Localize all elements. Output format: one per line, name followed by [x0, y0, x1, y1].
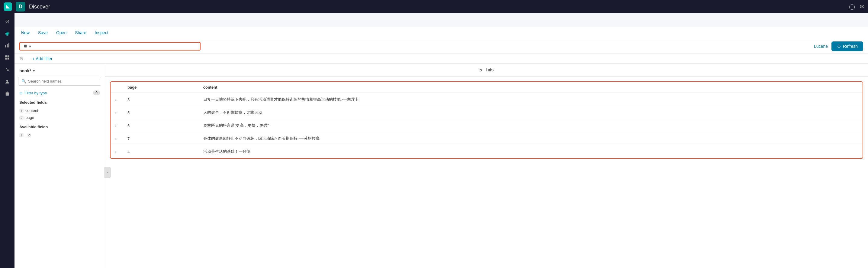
- field-item-page[interactable]: # page: [14, 114, 105, 121]
- inspect-button[interactable]: Inspect: [93, 29, 110, 36]
- filter-divider: —: [26, 56, 30, 61]
- collapse-panel-button[interactable]: ‹: [104, 167, 111, 178]
- table-row: › 7 身体的健康因静止不动而破坏，因运动练习而长期保持.-一苏格拉底: [111, 132, 863, 145]
- action-bar: New Save Open Share Inspect: [14, 27, 868, 39]
- row-content: 活动是生活的基础！一歌德: [198, 145, 863, 158]
- query-bar: ▾ page: {2 TO 8} Lucene Refresh: [14, 39, 868, 54]
- svg-rect-0: [5, 45, 6, 48]
- row-content: 奥林匹克的格言是"更高，更快，更强": [198, 119, 863, 132]
- col-header-content: content: [198, 82, 863, 93]
- filter-type-icon: ⊙: [19, 91, 23, 95]
- row-page: 6: [123, 119, 198, 132]
- svg-rect-5: [5, 58, 7, 60]
- field-name-content: content: [25, 108, 38, 113]
- table-row: › 6 奥林匹克的格言是"更高，更快，更强": [111, 119, 863, 132]
- new-button[interactable]: New: [19, 29, 31, 36]
- sidebar-timelion-icon[interactable]: ∿: [2, 64, 13, 75]
- field-item-id[interactable]: t _id: [14, 132, 105, 138]
- top-bar-actions: ◯ ✉: [849, 3, 864, 10]
- row-page: 5: [123, 106, 198, 119]
- sidebar-discover-icon[interactable]: ◉: [2, 28, 13, 39]
- svg-rect-4: [7, 55, 9, 57]
- field-name-page: page: [25, 115, 34, 120]
- field-item-content[interactable]: t content: [14, 107, 105, 114]
- row-expand-cell: ›: [111, 132, 123, 145]
- filter-icon: ⊖: [19, 56, 23, 61]
- row-page: 7: [123, 132, 198, 145]
- svg-rect-6: [7, 58, 9, 60]
- svg-rect-1: [7, 44, 8, 48]
- row-expand-button[interactable]: ›: [115, 111, 117, 115]
- filter-bar: ⊖ — + Add filter: [14, 54, 868, 63]
- refresh-label: Refresh: [843, 44, 858, 49]
- search-icon: 🔍: [22, 79, 26, 83]
- row-content: 人的健全，不但靠饮食，尤靠运动: [198, 106, 863, 119]
- row-expand-cell: ›: [111, 93, 123, 106]
- save-button[interactable]: Save: [36, 29, 50, 36]
- sidebar-dashboard-icon[interactable]: [2, 52, 13, 63]
- table-row: › 5 人的健全，不但靠饮食，尤靠运动: [111, 106, 863, 119]
- field-type-hash-page: #: [19, 115, 24, 120]
- svg-rect-2: [8, 43, 9, 48]
- results-wrapper: page content › 3 日复一日地坚持练下去吧，只有活动适量才能保持训…: [105, 77, 868, 268]
- sidebar-management-icon[interactable]: [2, 88, 13, 99]
- available-fields-label: Available fields: [14, 124, 105, 132]
- row-expand-cell: ›: [111, 119, 123, 132]
- sidebar-user-icon[interactable]: [2, 76, 13, 87]
- lucene-label[interactable]: Lucene: [814, 44, 828, 49]
- results-box: page content › 3 日复一日地坚持练下去吧，只有活动适量才能保持训…: [110, 81, 863, 159]
- row-page: 3: [123, 93, 198, 106]
- index-chevron-icon: ▾: [33, 69, 35, 73]
- hits-label: hits: [486, 67, 494, 72]
- mail-icon[interactable]: ✉: [860, 3, 864, 10]
- results-table: page content › 3 日复一日地坚持练下去吧，只有活动适量才能保持训…: [111, 82, 863, 158]
- row-content: 日复一日地坚持练下去吧，只有活动适量才能保持训练的热情和提高运动的技能.-一塞涅…: [198, 93, 863, 106]
- index-name: book*: [19, 69, 31, 73]
- search-field-wrapper: 🔍: [18, 77, 101, 86]
- field-type-t-id: t: [19, 133, 24, 137]
- table-row: › 3 日复一日地坚持练下去吧，只有活动适量才能保持训练的热情和提高运动的技能.…: [111, 93, 863, 106]
- table-row: › 4 活动是生活的基础！一歌德: [111, 145, 863, 158]
- row-expand-button[interactable]: ›: [115, 124, 117, 128]
- add-filter-button[interactable]: + Add filter: [32, 56, 53, 61]
- query-input[interactable]: page: {2 TO 8}: [33, 44, 197, 49]
- main-layout: New Save Open Share Inspect ▾ page: {2 T…: [14, 27, 868, 268]
- app-icon: D: [16, 2, 25, 11]
- col-header-page: page: [123, 82, 198, 93]
- app-title: Discover: [29, 4, 845, 10]
- hits-info: 5 hits: [105, 63, 868, 77]
- refresh-button[interactable]: Refresh: [832, 42, 863, 51]
- top-bar: D Discover ◯ ✉: [0, 0, 868, 13]
- content-area: book* ▾ 🔍 ⊙ Filter by type 0 Selected fi…: [14, 63, 868, 268]
- query-input-wrapper: ▾ page: {2 TO 8}: [19, 42, 200, 51]
- index-selector[interactable]: book* ▾: [14, 67, 105, 77]
- right-panel: 5 hits page content: [105, 63, 868, 268]
- filter-type-label: Filter by type: [25, 91, 47, 95]
- row-expand-cell: ›: [111, 106, 123, 119]
- left-panel: book* ▾ 🔍 ⊙ Filter by type 0 Selected fi…: [14, 63, 105, 268]
- sidebar-home-icon[interactable]: ⊙: [2, 16, 13, 27]
- open-button[interactable]: Open: [54, 29, 68, 36]
- filter-type-row[interactable]: ⊙ Filter by type 0: [14, 89, 105, 99]
- query-dropdown-icon[interactable]: ▾: [29, 44, 31, 49]
- query-save-icon[interactable]: [23, 44, 27, 48]
- kibana-logo: [4, 2, 12, 11]
- row-page: 4: [123, 145, 198, 158]
- share-button[interactable]: Share: [73, 29, 88, 36]
- row-expand-cell: ›: [111, 145, 123, 158]
- col-expand: [111, 82, 123, 93]
- hits-count: 5: [479, 67, 482, 72]
- field-name-id: _id: [25, 133, 31, 137]
- profile-icon[interactable]: ◯: [849, 3, 855, 10]
- row-content: 身体的健康因静止不动而破坏，因运动练习而长期保持.-一苏格拉底: [198, 132, 863, 145]
- row-expand-button[interactable]: ›: [115, 137, 117, 141]
- filter-type-badge: 0: [93, 90, 100, 95]
- left-sidebar: ⊙ ◉ ∿: [0, 13, 14, 268]
- search-field-input[interactable]: [28, 79, 98, 83]
- row-expand-button[interactable]: ›: [115, 98, 117, 102]
- row-expand-button[interactable]: ›: [115, 150, 117, 154]
- field-type-t-content: t: [19, 109, 24, 113]
- svg-point-7: [6, 80, 8, 82]
- sidebar-visualize-icon[interactable]: [2, 40, 13, 51]
- selected-fields-label: Selected fields: [14, 99, 105, 107]
